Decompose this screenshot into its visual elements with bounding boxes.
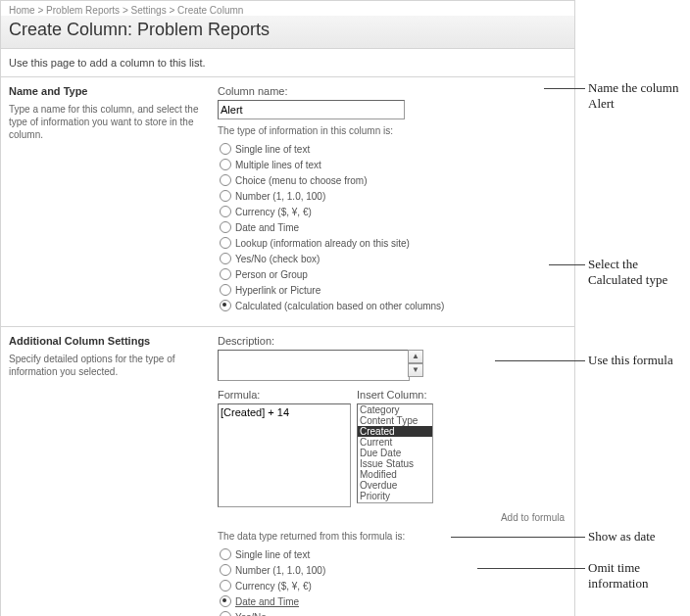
radio-icon (220, 268, 231, 280)
radio-icon (220, 237, 231, 249)
insert-column-item[interactable]: Overdue (358, 480, 432, 491)
annotation-formula: Use this formula (588, 353, 673, 368)
column-type-radio[interactable]: Calculated (calculation based on other c… (218, 297, 565, 312)
column-type-radio[interactable]: Number (1, 1.0, 100) (218, 187, 565, 203)
radio-icon (220, 143, 231, 155)
annotation-name-column: Name the column Alert (588, 80, 690, 112)
breadcrumb: Home > Problem Reports > Settings > Crea… (1, 1, 574, 16)
insert-column-item[interactable]: Modified (358, 469, 432, 480)
column-type-radio[interactable]: Date and Time (218, 218, 565, 234)
radio-icon (220, 564, 231, 576)
radio-icon (220, 580, 231, 592)
radio-icon (220, 595, 231, 607)
annotation-omit-time: Omit time information (588, 560, 690, 592)
breadcrumb-home[interactable]: Home (9, 5, 35, 16)
returned-type-radio[interactable]: Single line of text (218, 545, 565, 561)
page-title: Create Column: Problem Reports (9, 20, 567, 40)
breadcrumb-settings[interactable]: Settings (131, 5, 167, 16)
returned-type-radio[interactable]: Yes/No (218, 608, 565, 616)
radio-icon (220, 548, 231, 560)
formula-input[interactable]: [Created] + 14 (218, 403, 351, 507)
insert-column-list[interactable]: CategoryContent TypeCreatedCurrentDue Da… (357, 403, 433, 503)
description-label: Description: (218, 335, 565, 347)
radio-icon (220, 611, 231, 616)
radio-icon (220, 284, 231, 296)
insert-column-item[interactable]: Created (358, 426, 432, 437)
intro-text: Use this page to add a column to this li… (1, 49, 574, 76)
insert-column-item[interactable]: Priority (358, 491, 432, 501)
column-type-radio[interactable]: Lookup (information already on this site… (218, 234, 565, 250)
section-desc-name-type: Type a name for this column, and select … (9, 103, 200, 141)
add-to-formula-link[interactable]: Add to formula (218, 512, 565, 523)
insert-column-item[interactable]: Title (358, 501, 432, 503)
returned-type-radio[interactable]: Number (1, 1.0, 100) (218, 561, 565, 577)
annotation-select-calculated: Select the Calculated type (588, 257, 690, 288)
returned-type-radio[interactable]: Currency ($, ¥, €) (218, 577, 565, 592)
formula-label: Formula: (218, 389, 351, 401)
insert-column-item[interactable]: Current (358, 437, 432, 448)
insert-column-item[interactable]: Issue Status (358, 458, 432, 469)
column-type-radio[interactable]: Hyperlink or Picture (218, 281, 565, 297)
radio-icon (220, 190, 231, 202)
radio-icon (220, 159, 231, 170)
column-name-label: Column name: (218, 85, 565, 97)
description-input[interactable] (218, 350, 410, 381)
column-type-radio[interactable]: Yes/No (check box) (218, 250, 565, 265)
column-name-input[interactable] (218, 100, 405, 119)
section-heading-additional: Additional Column Settings (9, 335, 200, 347)
column-type-radio[interactable]: Person or Group (218, 265, 565, 281)
type-info-label: The type of information in this column i… (218, 125, 565, 136)
spin-down-icon[interactable]: ▼ (408, 363, 423, 377)
column-type-radio[interactable]: Multiple lines of text (218, 156, 565, 171)
insert-column-item[interactable]: Due Date (358, 448, 432, 458)
radio-icon (220, 174, 231, 186)
radio-icon (220, 206, 231, 217)
section-desc-additional: Specify detailed options for the type of… (9, 353, 200, 378)
annotation-show-as-date: Show as date (588, 529, 656, 545)
radio-icon (220, 253, 231, 264)
radio-icon (220, 300, 231, 311)
insert-column-item[interactable]: Content Type (358, 415, 432, 426)
spin-up-icon[interactable]: ▲ (408, 350, 423, 363)
returned-type-radio[interactable]: Date and Time (218, 592, 565, 608)
breadcrumb-current: Create Column (177, 5, 243, 16)
section-heading-name-type: Name and Type (9, 85, 200, 97)
radio-icon (220, 221, 231, 233)
insert-column-label: Insert Column: (357, 389, 431, 401)
column-type-radio[interactable]: Choice (menu to choose from) (218, 171, 565, 187)
column-type-radio[interactable]: Currency ($, ¥, €) (218, 203, 565, 218)
insert-column-item[interactable]: Category (358, 404, 432, 415)
column-type-radio[interactable]: Single line of text (218, 140, 565, 156)
breadcrumb-problem-reports[interactable]: Problem Reports (46, 5, 120, 16)
